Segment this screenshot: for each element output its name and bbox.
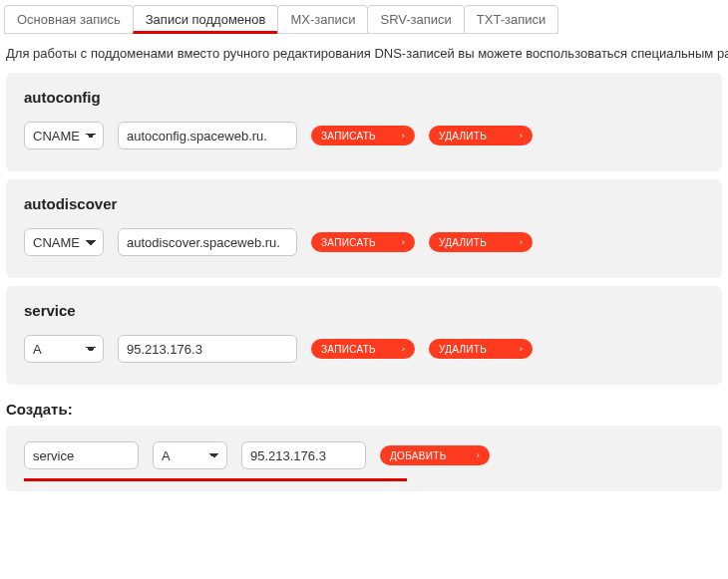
create-value-input[interactable] bbox=[241, 441, 366, 469]
chevron-right-icon: › bbox=[520, 238, 523, 247]
chevron-right-icon: › bbox=[520, 345, 523, 354]
record-block: autodiscover CNAME ЗАПИСАТЬ › УДАЛИТЬ › bbox=[6, 179, 722, 278]
record-row: A ЗАПИСАТЬ › УДАЛИТЬ › bbox=[24, 335, 704, 363]
record-type-select[interactable]: CNAME bbox=[24, 228, 104, 256]
tab-subdomain-records[interactable]: Записи поддоменов bbox=[133, 5, 279, 34]
chevron-right-icon: › bbox=[402, 238, 405, 247]
delete-button-label: УДАЛИТЬ bbox=[439, 131, 487, 142]
description-text: Для работы с поддоменами вместо ручного … bbox=[6, 46, 728, 61]
record-row: CNAME ЗАПИСАТЬ › УДАЛИТЬ › bbox=[24, 122, 704, 149]
record-block: autoconfig CNAME ЗАПИСАТЬ › УДАЛИТЬ › bbox=[6, 73, 722, 171]
tab-main-record[interactable]: Основная запись bbox=[4, 5, 134, 34]
tab-srv-records[interactable]: SRV-записи bbox=[367, 5, 464, 34]
delete-button[interactable]: УДАЛИТЬ › bbox=[429, 232, 533, 252]
record-name: autoconfig bbox=[24, 89, 704, 106]
tab-mx-records[interactable]: MX-записи bbox=[277, 5, 368, 34]
delete-button-label: УДАЛИТЬ bbox=[439, 344, 487, 355]
save-button-label: ЗАПИСАТЬ bbox=[321, 131, 376, 142]
create-block: A ДОБАВИТЬ › bbox=[6, 426, 722, 491]
save-button-label: ЗАПИСАТЬ bbox=[321, 237, 376, 248]
record-type-select[interactable]: A bbox=[24, 335, 104, 363]
save-button[interactable]: ЗАПИСАТЬ › bbox=[311, 232, 415, 252]
tab-txt-records[interactable]: TXT-записи bbox=[464, 5, 558, 34]
save-button[interactable]: ЗАПИСАТЬ › bbox=[311, 126, 415, 145]
record-value-input[interactable] bbox=[118, 228, 297, 256]
create-type-select[interactable]: A bbox=[153, 441, 227, 469]
record-row: CNAME ЗАПИСАТЬ › УДАЛИТЬ › bbox=[24, 228, 704, 256]
add-button-label: ДОБАВИТЬ bbox=[390, 450, 447, 461]
create-name-input[interactable] bbox=[24, 441, 139, 469]
create-heading: Создать: bbox=[6, 401, 728, 418]
record-type-select[interactable]: CNAME bbox=[24, 122, 104, 149]
delete-button[interactable]: УДАЛИТЬ › bbox=[429, 339, 533, 359]
create-row: A ДОБАВИТЬ › bbox=[24, 441, 704, 469]
tabs-bar: Основная запись Записи поддоменов MX-зап… bbox=[4, 5, 728, 34]
chevron-right-icon: › bbox=[520, 132, 523, 141]
record-name: autodiscover bbox=[24, 195, 704, 212]
save-button-label: ЗАПИСАТЬ bbox=[321, 344, 376, 355]
delete-button-label: УДАЛИТЬ bbox=[439, 237, 487, 248]
record-block: service A ЗАПИСАТЬ › УДАЛИТЬ › bbox=[6, 286, 722, 385]
chevron-right-icon: › bbox=[477, 451, 480, 460]
record-value-input[interactable] bbox=[118, 122, 297, 149]
save-button[interactable]: ЗАПИСАТЬ › bbox=[311, 339, 415, 359]
chevron-right-icon: › bbox=[402, 345, 405, 354]
record-name: service bbox=[24, 302, 704, 319]
chevron-right-icon: › bbox=[402, 132, 405, 141]
add-button[interactable]: ДОБАВИТЬ › bbox=[380, 445, 490, 465]
delete-button[interactable]: УДАЛИТЬ › bbox=[429, 126, 533, 145]
record-value-input[interactable] bbox=[118, 335, 297, 363]
